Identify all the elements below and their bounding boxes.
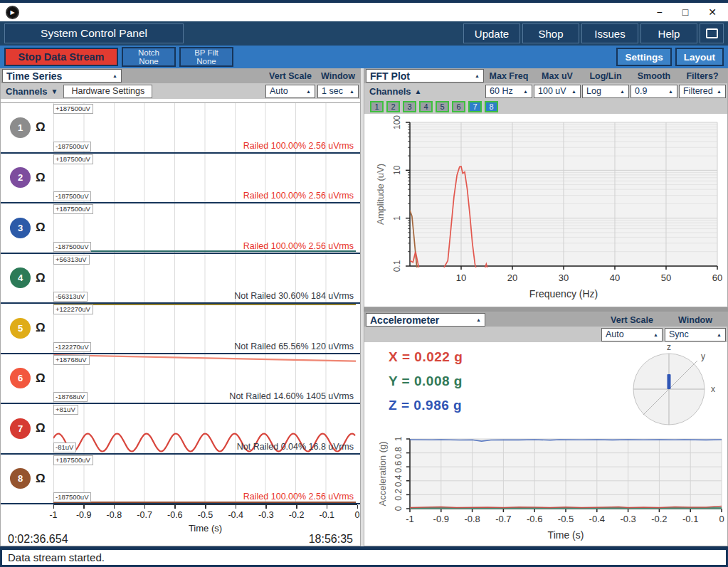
panel-title: Time Series bbox=[6, 70, 62, 82]
accel-z-value: Z = 0.986 g bbox=[389, 398, 463, 413]
clock-time: 18:56:35 bbox=[309, 534, 353, 546]
axis-tick-label: -0.3 bbox=[258, 510, 274, 520]
fft-channel-button-6[interactable]: 6 bbox=[452, 101, 465, 112]
axis-tick bbox=[296, 505, 297, 509]
max-freq-dropdown[interactable]: 60 Hz▲ bbox=[485, 85, 532, 98]
fft-channel-button-5[interactable]: 5 bbox=[436, 101, 449, 112]
notch-label: Notch bbox=[138, 48, 159, 57]
chevron-up-icon: ▲ bbox=[415, 88, 422, 95]
maximize-button[interactable]: □ bbox=[682, 6, 688, 18]
accelerometer-orientation-ball: z y x bbox=[625, 342, 719, 432]
accelerometer-widget-dropdown[interactable]: Accelerometer ▲ bbox=[366, 313, 485, 327]
smooth-dropdown[interactable]: 0.9▲ bbox=[631, 85, 677, 98]
impedance-button[interactable]: Ω bbox=[36, 371, 46, 386]
accel-vert-scale-dropdown[interactable]: Auto▲ bbox=[601, 328, 663, 341]
svg-text:-0.3: -0.3 bbox=[620, 514, 635, 524]
chevron-up-icon: ▲ bbox=[306, 89, 311, 94]
minimize-button[interactable]: − bbox=[657, 6, 663, 18]
axis-tick bbox=[357, 505, 359, 509]
fft-channel-button-4[interactable]: 4 bbox=[419, 101, 433, 112]
channel-badge[interactable]: 5 bbox=[10, 318, 31, 339]
window-dropdown[interactable]: 1 sec ▲ bbox=[317, 85, 359, 98]
impedance-button[interactable]: Ω bbox=[36, 221, 46, 235]
axis-tick bbox=[236, 505, 237, 509]
impedance-button[interactable]: Ω bbox=[36, 321, 46, 335]
fft-channel-button-3[interactable]: 3 bbox=[403, 101, 416, 112]
channel-badge[interactable]: 1 bbox=[10, 117, 31, 138]
channel-badge[interactable]: 8 bbox=[10, 468, 31, 489]
timeseries-channel-row: 3 Ω +187500uV -187500uV Railed 100.00% 2… bbox=[1, 203, 360, 254]
scale-top-label: +187500uV bbox=[53, 455, 93, 465]
fft-channels-toggle-button[interactable]: Channels ▲ bbox=[366, 86, 484, 97]
close-button[interactable]: ✕ bbox=[708, 6, 717, 18]
filters-dropdown[interactable]: Filtered▲ bbox=[679, 85, 726, 98]
timeseries-channel-row: 8 Ω +187500uV -187500uV Railed 100.00% 2… bbox=[1, 455, 360, 505]
system-control-panel-button[interactable]: System Control Panel bbox=[4, 23, 184, 43]
hardware-settings-button[interactable]: Hardware Settings bbox=[63, 85, 152, 98]
impedance-button[interactable]: Ω bbox=[36, 271, 46, 285]
axis-tick-label: -0.1 bbox=[320, 510, 335, 520]
vert-scale-label: Vert Scale bbox=[601, 315, 663, 325]
impedance-button[interactable]: Ω bbox=[36, 120, 46, 134]
svg-text:20: 20 bbox=[507, 272, 517, 283]
vert-scale-dropdown[interactable]: Auto ▲ bbox=[265, 85, 315, 98]
svg-text:-0.5: -0.5 bbox=[558, 514, 574, 524]
accel-window-dropdown[interactable]: Sync▲ bbox=[665, 328, 726, 341]
timeseries-channel-row: 7 Ω +81uV -81uV Not Railed 0.04% 16.8 uV… bbox=[1, 404, 360, 455]
time-series-plot: 1 Ω +187500uV -187500uV Railed 100.00% 2… bbox=[1, 102, 360, 504]
impedance-button[interactable]: Ω bbox=[36, 421, 46, 435]
chevron-up-icon: ▲ bbox=[523, 89, 528, 94]
svg-text:0.4: 0.4 bbox=[394, 475, 403, 487]
scale-top-label: +187500uV bbox=[53, 154, 93, 164]
window-label: Window bbox=[665, 315, 726, 325]
channel-badge[interactable]: 6 bbox=[10, 368, 31, 388]
rail-status-label: Not Railed 14.60% 1405 uVrms bbox=[229, 391, 354, 401]
channel-plot: +187500uV -187500uV Railed 100.00% 2.56 … bbox=[53, 103, 356, 152]
fft-channel-button-2[interactable]: 2 bbox=[386, 101, 400, 112]
app-header: System Control Panel UpdateShopIssuesHel… bbox=[0, 21, 728, 46]
header-button-shop[interactable]: Shop bbox=[522, 23, 579, 43]
notch-filter-button[interactable]: Notch None bbox=[122, 47, 176, 67]
svg-text:-0.9: -0.9 bbox=[433, 514, 449, 524]
channel-badge[interactable]: 4 bbox=[10, 267, 31, 288]
svg-text:0: 0 bbox=[394, 506, 403, 511]
fft-channel-button-8[interactable]: 8 bbox=[485, 101, 498, 112]
layout-button[interactable]: Layout bbox=[675, 48, 724, 66]
fft-channel-buttons: 12345678 bbox=[364, 99, 727, 114]
z-axis-label: z bbox=[667, 342, 671, 352]
stop-data-stream-button[interactable]: Stop Data Stream bbox=[4, 48, 118, 66]
scale-bottom-label: -56313uV bbox=[53, 292, 88, 302]
header-button-update[interactable]: Update bbox=[463, 23, 520, 43]
svg-text:0.1: 0.1 bbox=[392, 260, 402, 272]
console-window-button[interactable]: ... bbox=[700, 23, 724, 43]
bp-label: BP Filt bbox=[194, 48, 218, 57]
axis-tick-label: -0.6 bbox=[167, 510, 183, 520]
bandpass-filter-button[interactable]: BP Filt None bbox=[179, 47, 233, 67]
impedance-button[interactable]: Ω bbox=[36, 472, 46, 486]
fft-channel-button-1[interactable]: 1 bbox=[370, 101, 384, 112]
main-area: Time Series ▲ Vert Scale Window Channels… bbox=[0, 68, 728, 546]
fft-channel-button-7[interactable]: 7 bbox=[468, 101, 482, 112]
log-lin-dropdown[interactable]: Log▲ bbox=[582, 85, 629, 98]
toolbar: Stop Data Stream Notch None BP Filt None… bbox=[0, 46, 728, 68]
settings-button[interactable]: Settings bbox=[616, 48, 671, 66]
play-icon[interactable]: ▶ bbox=[6, 6, 19, 19]
panel-title: FFT Plot bbox=[370, 70, 410, 82]
max-uv-dropdown[interactable]: 100 uV▲ bbox=[534, 85, 581, 98]
time-series-widget-dropdown[interactable]: Time Series ▲ bbox=[2, 69, 122, 83]
channel-badge[interactable]: 7 bbox=[10, 418, 31, 439]
accel-vector-indicator bbox=[668, 374, 671, 389]
header-button-help[interactable]: Help bbox=[640, 23, 697, 43]
channel-plot: +81uV -81uV Not Railed 0.04% 16.8 uVrms bbox=[53, 404, 356, 453]
axis-tick bbox=[144, 505, 146, 509]
impedance-button[interactable]: Ω bbox=[36, 171, 46, 185]
scale-top-label: +187500uV bbox=[53, 204, 93, 214]
channels-toggle-button[interactable]: Channels ▼ bbox=[2, 86, 58, 97]
fft-widget-dropdown[interactable]: FFT Plot ▲ bbox=[366, 69, 484, 83]
channel-badge[interactable]: 2 bbox=[10, 167, 31, 188]
chevron-up-icon: ▲ bbox=[476, 317, 481, 322]
channel-badge[interactable]: 3 bbox=[10, 218, 31, 238]
header-button-issues[interactable]: Issues bbox=[581, 23, 638, 43]
bp-value: None bbox=[196, 57, 216, 65]
svg-text:0.8: 0.8 bbox=[394, 447, 403, 459]
